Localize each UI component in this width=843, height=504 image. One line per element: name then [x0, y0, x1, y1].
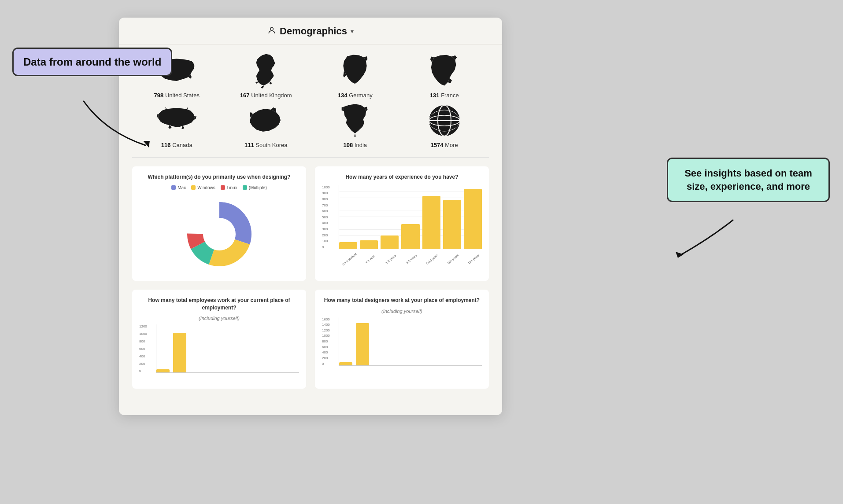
fr-shape	[425, 53, 464, 88]
platform-chart: Which platform(s) do you primarily use w…	[132, 166, 306, 281]
y-label-500: 500	[322, 215, 330, 219]
bar-student: I'm a student	[339, 242, 357, 248]
chevron-icon[interactable]: ▾	[351, 28, 354, 35]
grid-line-800	[339, 198, 482, 198]
bar-label-student: I'm a student	[341, 252, 357, 266]
employees-bars	[156, 324, 299, 373]
designers-chart-title: How many total designers work at your pl…	[322, 297, 482, 304]
annotation-right-text: See insights based on team size, experie…	[684, 168, 812, 192]
charts-row-1: Which platform(s) do you primarily use w…	[132, 166, 489, 281]
designers-chart-subtitle: (Including yourself)	[322, 309, 482, 314]
svg-marker-12	[676, 252, 684, 258]
header: Demographics ▾	[119, 18, 502, 44]
bar-label-6-10: 6-10 years	[425, 253, 439, 265]
uk-label: 167 United Kingdom	[240, 92, 292, 99]
kr-label: 111 South Korea	[244, 142, 288, 148]
legend-windows: Windows	[191, 185, 215, 190]
legend-linux: Linux	[221, 185, 237, 190]
employees-bars-wrapper: 0 200 400 600 800 1000 1200	[139, 324, 299, 382]
donut-container: Mac Windows Linux (Multiple)	[139, 185, 299, 274]
designers-bars-wrapper: 0 200 400 600 800 1000 1200 1400 1600	[322, 317, 482, 375]
legend-dot-mac	[171, 185, 176, 190]
bar-6-10: 6-10 years	[422, 196, 440, 249]
kr-shape	[246, 103, 286, 138]
section-divider	[132, 157, 489, 158]
y-label-100: 100	[322, 239, 330, 243]
legend-mac: Mac	[171, 185, 186, 190]
arrow-right-svg	[667, 216, 737, 260]
y-label-900: 900	[322, 191, 330, 195]
bar-lt1: < 1 year	[360, 240, 378, 249]
svg-point-10	[204, 219, 234, 249]
annotation-left: Data from around the world	[12, 48, 172, 76]
country-fr: 131 France	[400, 53, 489, 99]
countries-grid: 798 United States 167 United Kingdom	[119, 44, 502, 153]
fr-label: 131 France	[430, 92, 459, 99]
country-de: 134 Germany	[311, 53, 400, 99]
donut-chart-svg	[180, 195, 259, 274]
bar-employees-1	[156, 369, 170, 372]
charts-section: Which platform(s) do you primarily use w…	[119, 166, 502, 389]
y-label-0: 0	[322, 245, 330, 249]
arrow-left-svg	[79, 97, 167, 150]
legend-label-linux: Linux	[227, 185, 237, 190]
legend-label-multiple: (Multiple)	[249, 185, 267, 190]
y-label-800: 800	[322, 197, 330, 201]
y-label-1000: 1000	[322, 185, 330, 189]
de-label: 134 Germany	[338, 92, 373, 99]
experience-chart-title: How many years of experience do you have…	[322, 173, 482, 181]
y-label-300: 300	[322, 227, 330, 231]
bar-3-5: 3-5 years	[401, 224, 419, 249]
y-axis: 0 100 200 300 400 500 600 700 800 900 10…	[322, 185, 330, 249]
y-label-700: 700	[322, 203, 330, 207]
legend-dot-windows	[191, 185, 196, 190]
country-in: 108 India	[311, 103, 400, 148]
globe-shape	[425, 103, 464, 138]
bars-area: I'm a student < 1 year 1-2 years 3-5 yea…	[339, 185, 482, 249]
annotation-left-text: Data from around the world	[23, 56, 161, 68]
employees-chart-title: How many total employees work at your cu…	[139, 297, 299, 312]
bar-label-lt1: < 1 year	[365, 254, 375, 264]
bar-10plus: 10+ years	[443, 200, 461, 249]
legend-dot-linux	[221, 185, 225, 190]
more-label: 1574 More	[431, 142, 458, 148]
bar-label-3-5: 3-5 years	[406, 254, 418, 264]
bar-16plus: 16+ years	[464, 189, 482, 248]
experience-chart: How many years of experience do you have…	[315, 166, 489, 281]
country-more: 1574 More	[400, 103, 489, 148]
in-label: 108 India	[343, 142, 367, 148]
legend-label-mac: Mac	[177, 185, 186, 190]
platform-chart-title: Which platform(s) do you primarily use w…	[139, 173, 299, 181]
bar-label-10plus: 10+ years	[447, 254, 459, 265]
bar-chart-container: 0 100 200 300 400 500 600 700 800 900 10…	[322, 185, 482, 265]
bar-label-1-2: 1-2 years	[385, 254, 397, 264]
bar-designers-1	[339, 362, 352, 365]
uk-shape	[246, 53, 286, 88]
person-icon	[267, 26, 276, 37]
bar-label-16plus: 16+ years	[468, 254, 480, 265]
legend-multiple: (Multiple)	[243, 185, 267, 190]
svg-point-0	[270, 27, 274, 30]
y-label-400: 400	[322, 221, 330, 225]
designers-bars	[339, 317, 482, 366]
designers-chart: How many total designers work at your pl…	[315, 290, 489, 389]
de-shape	[335, 53, 375, 88]
bar-designers-2-5	[356, 323, 369, 365]
country-uk: 167 United Kingdom	[222, 53, 311, 99]
in-shape	[335, 103, 375, 138]
page-title: Demographics	[280, 26, 347, 37]
legend-dot-multiple	[243, 185, 247, 190]
employees-y-axis: 0 200 400 600 800 1000 1200	[139, 324, 147, 373]
grid-line-900	[339, 191, 482, 191]
legend-label-windows: Windows	[197, 185, 215, 190]
country-kr: 111 South Korea	[222, 103, 311, 148]
annotation-right: See insights based on team size, experie…	[667, 158, 830, 202]
designers-y-axis: 0 200 400 600 800 1000 1200 1400 1600	[322, 317, 330, 366]
employees-chart: How many total employees work at your cu…	[132, 290, 306, 389]
charts-row-2: How many total employees work at your cu…	[132, 290, 489, 389]
bar-1-2: 1-2 years	[381, 235, 399, 249]
y-label-200: 200	[322, 233, 330, 237]
legend-row: Mac Windows Linux (Multiple)	[171, 185, 267, 190]
bar-employees-2-10	[173, 333, 186, 372]
y-label-600: 600	[322, 209, 330, 213]
